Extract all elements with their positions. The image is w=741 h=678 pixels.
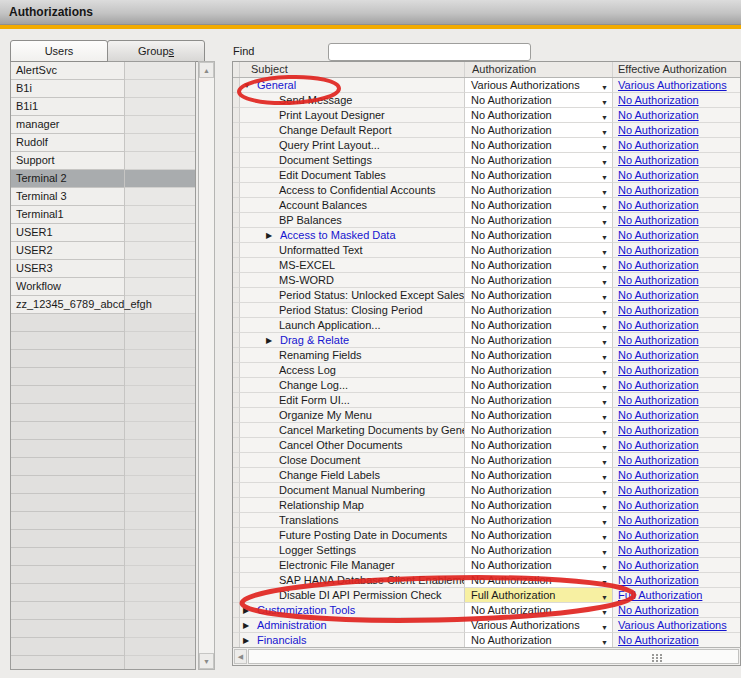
effective-authorization-link[interactable]: No Authorization — [618, 124, 699, 136]
user-list-item[interactable]: Support — [11, 152, 195, 170]
tab-users[interactable]: Users — [10, 40, 108, 62]
row-selector-cell[interactable] — [233, 273, 240, 288]
authorization-dropdown[interactable]: No Authorization▼ — [465, 558, 613, 573]
dropdown-arrow-icon[interactable]: ▼ — [601, 381, 608, 393]
row-selector-cell[interactable] — [233, 423, 240, 438]
dropdown-arrow-icon[interactable]: ▼ — [601, 291, 608, 303]
authorization-dropdown[interactable]: No Authorization▼ — [465, 213, 613, 228]
dropdown-arrow-icon[interactable]: ▼ — [601, 516, 608, 528]
user-list-empty-row[interactable] — [11, 638, 195, 656]
authorization-dropdown[interactable]: No Authorization▼ — [465, 123, 613, 138]
effective-authorization-link[interactable]: No Authorization — [618, 454, 699, 466]
dropdown-arrow-icon[interactable]: ▼ — [601, 591, 608, 603]
authorization-dropdown[interactable]: No Authorization▼ — [465, 498, 613, 513]
authorization-dropdown[interactable]: No Authorization▼ — [465, 378, 613, 393]
authorization-dropdown[interactable]: No Authorization▼ — [465, 153, 613, 168]
row-selector-cell[interactable] — [233, 408, 240, 423]
authorization-dropdown[interactable]: No Authorization▼ — [465, 468, 613, 483]
dropdown-arrow-icon[interactable]: ▼ — [601, 501, 608, 513]
row-selector-cell[interactable] — [233, 468, 240, 483]
user-list-empty-row[interactable] — [11, 350, 195, 368]
user-list-empty-row[interactable] — [11, 512, 195, 530]
row-selector-cell[interactable] — [233, 243, 240, 258]
scroll-down-button[interactable]: ▼ — [199, 653, 214, 669]
authorization-dropdown[interactable]: No Authorization▼ — [465, 93, 613, 108]
dropdown-arrow-icon[interactable]: ▼ — [601, 246, 608, 258]
row-selector-cell[interactable] — [233, 453, 240, 468]
dropdown-arrow-icon[interactable]: ▼ — [601, 561, 608, 573]
row-selector-cell[interactable] — [233, 588, 240, 603]
scroll-left-button[interactable]: ◀ — [234, 649, 247, 664]
authorization-dropdown[interactable]: No Authorization▼ — [465, 273, 613, 288]
effective-authorization-link[interactable]: No Authorization — [618, 289, 699, 301]
user-list-empty-row[interactable] — [11, 656, 195, 670]
find-input[interactable] — [328, 43, 531, 61]
expand-arrow-icon[interactable]: ▶ — [266, 336, 276, 345]
effective-authorization-link[interactable]: No Authorization — [618, 259, 699, 271]
effective-authorization-link[interactable]: No Authorization — [618, 394, 699, 406]
dropdown-arrow-icon[interactable]: ▼ — [601, 336, 608, 348]
user-list-item[interactable]: USER1 — [11, 224, 195, 242]
row-selector-cell[interactable] — [233, 228, 240, 243]
effective-authorization-link[interactable]: No Authorization — [618, 169, 699, 181]
user-list-item[interactable]: manager — [11, 116, 195, 134]
user-list-empty-row[interactable] — [11, 602, 195, 620]
effective-authorization-link[interactable]: No Authorization — [618, 109, 699, 121]
dropdown-arrow-icon[interactable]: ▼ — [601, 261, 608, 273]
effective-authorization-link[interactable]: No Authorization — [618, 634, 699, 646]
row-selector-cell[interactable] — [233, 318, 240, 333]
row-selector-cell[interactable] — [233, 513, 240, 528]
dropdown-arrow-icon[interactable]: ▼ — [601, 621, 608, 633]
row-selector-cell[interactable] — [233, 618, 240, 633]
scroll-up-button[interactable]: ▲ — [199, 62, 214, 78]
authorization-dropdown[interactable]: No Authorization▼ — [465, 483, 613, 498]
dropdown-arrow-icon[interactable]: ▼ — [601, 111, 608, 123]
row-selector-cell[interactable] — [233, 288, 240, 303]
authorization-dropdown[interactable]: No Authorization▼ — [465, 138, 613, 153]
user-list-empty-row[interactable] — [11, 494, 195, 512]
dropdown-arrow-icon[interactable]: ▼ — [601, 171, 608, 183]
effective-authorization-link[interactable]: Various Authorizations — [618, 79, 727, 91]
effective-authorization-link[interactable]: No Authorization — [618, 604, 699, 616]
subject-label[interactable]: General — [257, 79, 296, 91]
subject-label[interactable]: Financials — [257, 634, 307, 646]
effective-authorization-link[interactable]: No Authorization — [618, 514, 699, 526]
subject-label[interactable]: Administration — [257, 619, 327, 631]
authorization-dropdown[interactable]: No Authorization▼ — [465, 423, 613, 438]
subject-label[interactable]: Drag & Relate — [280, 334, 349, 346]
dropdown-arrow-icon[interactable]: ▼ — [601, 216, 608, 228]
user-list-empty-row[interactable] — [11, 404, 195, 422]
dropdown-arrow-icon[interactable]: ▼ — [601, 306, 608, 318]
user-list-empty-row[interactable] — [11, 422, 195, 440]
row-selector-cell[interactable] — [233, 168, 240, 183]
dropdown-arrow-icon[interactable]: ▼ — [601, 81, 608, 93]
table-h-scrollbar[interactable]: ◀ — [232, 647, 741, 666]
row-selector-cell[interactable] — [233, 498, 240, 513]
effective-authorization-link[interactable]: No Authorization — [618, 94, 699, 106]
authorization-dropdown[interactable]: No Authorization▼ — [465, 108, 613, 123]
authorization-dropdown[interactable]: No Authorization▼ — [465, 228, 613, 243]
effective-authorization-link[interactable]: No Authorization — [618, 244, 699, 256]
effective-authorization-link[interactable]: No Authorization — [618, 334, 699, 346]
dropdown-arrow-icon[interactable]: ▼ — [601, 186, 608, 198]
row-selector-cell[interactable] — [233, 558, 240, 573]
effective-authorization-link[interactable]: No Authorization — [618, 319, 699, 331]
authorization-dropdown[interactable]: No Authorization▼ — [465, 393, 613, 408]
effective-authorization-link[interactable]: No Authorization — [618, 424, 699, 436]
row-selector-cell[interactable] — [233, 333, 240, 348]
row-selector-cell[interactable] — [233, 138, 240, 153]
collapse-arrow-icon[interactable]: ▼ — [243, 81, 253, 90]
effective-authorization-link[interactable]: No Authorization — [618, 409, 699, 421]
dropdown-arrow-icon[interactable]: ▼ — [601, 411, 608, 423]
user-list-empty-row[interactable] — [11, 584, 195, 602]
effective-authorization-link[interactable]: No Authorization — [618, 139, 699, 151]
row-selector-cell[interactable] — [233, 528, 240, 543]
user-list-item[interactable]: Terminal1 — [11, 206, 195, 224]
window-titlebar[interactable]: Authorizations — [0, 0, 741, 25]
row-selector-cell[interactable] — [233, 393, 240, 408]
effective-authorization-link[interactable]: No Authorization — [618, 439, 699, 451]
user-list-item[interactable]: B1i1 — [11, 98, 195, 116]
authorization-dropdown[interactable]: No Authorization▼ — [465, 513, 613, 528]
authorization-dropdown[interactable]: No Authorization▼ — [465, 573, 613, 588]
dropdown-arrow-icon[interactable]: ▼ — [601, 231, 608, 243]
